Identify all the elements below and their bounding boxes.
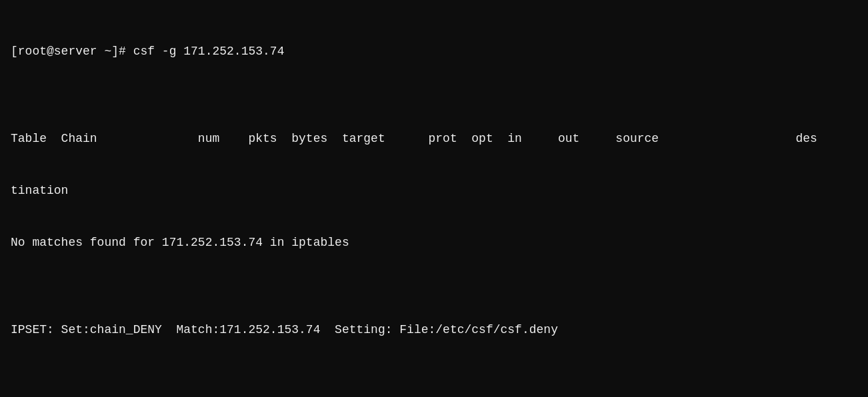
table-header-cont: tination (11, 182, 857, 199)
table-header-line: Table Chain num pkts bytes target prot o… (11, 130, 857, 147)
ipset-line: IPSET: Set:chain_DENY Match:171.252.153.… (11, 321, 857, 338)
command-line: [root@server ~]# csf -g 171.252.153.74 (11, 43, 857, 60)
terminal-window: [root@server ~]# csf -g 171.252.153.74 T… (0, 0, 868, 397)
no-match-iptables: No matches found for 171.252.153.74 in i… (11, 234, 857, 251)
